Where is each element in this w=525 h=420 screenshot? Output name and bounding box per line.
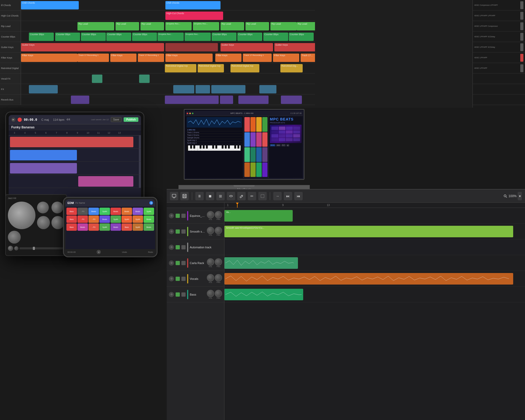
phone-pad[interactable]: Synth [111,216,121,223]
phone-pad[interactable]: Synth [144,208,154,215]
grid-button[interactable]: ⊞ [216,192,225,200]
daw-clip[interactable]: Smooth saw>Envelopes/LFOs>Cu... [224,226,513,237]
clip[interactable]: Droplets Rec... [158,33,184,41]
track-settings-button[interactable]: ⚙ [169,245,174,250]
track-solo-button[interactable] [181,292,186,297]
track-solo-button[interactable] [181,214,186,218]
track-solo-button[interactable] [181,261,186,265]
mpc-pad[interactable] [256,132,262,147]
tablet-clip[interactable] [78,176,133,187]
pan-knob[interactable] [215,274,222,281]
drum-knob[interactable] [8,246,13,251]
clip[interactable]: Droplets Rec... [185,33,211,41]
clip[interactable] [29,85,58,93]
phone-pad[interactable]: Synth [133,223,143,231]
pan-knob[interactable] [215,258,222,266]
mixer-fader[interactable] [520,22,523,30]
midi-button[interactable] [227,192,235,200]
clip[interactable]: Rip Lead [220,22,244,30]
phone-pad[interactable]: - FX [88,216,99,223]
mpc-track-item[interactable]: Track 1 Drums [187,131,242,134]
drum-pad[interactable]: D [8,231,21,244]
clip[interactable]: Rip Lead [245,22,269,30]
clip[interactable]: Rip Lead [270,22,297,30]
track-settings-button[interactable]: ⚙ [169,260,174,266]
track-mute-button[interactable] [176,277,180,281]
save-project-button[interactable] [180,192,189,200]
track-settings-button[interactable]: ⚙ [169,276,174,281]
tablet-clip[interactable] [10,137,133,147]
redo-label[interactable]: Redo [148,251,153,253]
window-close-icon[interactable] [187,113,188,114]
phone-pad[interactable]: Beats [77,223,88,231]
clip[interactable]: Droplets Rec... [165,22,192,30]
mpc-pad[interactable] [244,117,250,132]
daw-clip[interactable] [224,273,513,285]
clip[interactable] [220,96,233,104]
mpc-track-item[interactable]: 1 MK4 Kit [187,129,242,131]
pan-knob[interactable] [215,290,222,297]
clip[interactable]: RetroMod Digital Arp [198,64,224,72]
phone-pad[interactable]: Bass [66,216,77,223]
mpc-pad[interactable] [256,147,262,162]
clip[interactable]: Rip Lead [77,22,114,30]
mpc-pad[interactable] [262,162,268,177]
phone-pad[interactable]: Beats [99,216,110,223]
clip[interactable] [259,85,276,93]
clip[interactable]: Counter Blips [289,33,314,41]
selection-button[interactable] [258,192,267,200]
mixer-fader[interactable] [520,12,523,20]
pencil-button[interactable]: ✏ [248,192,256,200]
clip[interactable]: RetroMod Digital Arp [230,64,259,72]
phone-pad[interactable]: Beats [111,223,121,231]
undo-label[interactable]: Undo [122,251,127,253]
mixer-fader[interactable] [520,1,523,9]
volume-knob[interactable] [207,211,214,218]
clip[interactable]: Track 17 Recording 1 [77,54,109,62]
clip[interactable]: Filter Keys [21,54,77,62]
track-settings-button[interactable]: ⚙ [169,229,174,234]
clip[interactable] [165,43,218,51]
save-button[interactable]: Save [111,117,122,122]
clip[interactable]: Filter Keys [273,54,299,62]
phone-pad[interactable]: Beats [133,208,143,215]
clip[interactable]: Chill Chords [21,1,79,9]
track-mute-button[interactable] [176,214,180,218]
clip[interactable]: Chill Chords [165,1,220,9]
daw-clip[interactable]: Va... [224,210,293,222]
drum-pad[interactable]: G [37,216,50,229]
clip[interactable]: Filter Keys [110,54,136,62]
track-solo-button[interactable] [181,245,186,249]
record-button-small[interactable]: ● [97,250,101,254]
phone-pad[interactable]: Bass [66,223,77,231]
pan-knob[interactable] [215,227,222,234]
pan-knob[interactable] [215,211,222,218]
clip[interactable]: RetroMod Dig... [280,64,303,72]
mpc-track-item[interactable]: Synth Arp 2 [187,142,242,144]
mpc-track-item[interactable]: Sample Drums [187,136,242,139]
phone-pad[interactable]: Synth [122,216,132,223]
monitor-button[interactable] [170,192,178,200]
clip[interactable]: Counter Blips [55,33,80,41]
mpc-track-item[interactable]: Track 2 Drums [187,134,242,136]
stop-button[interactable]: ⏹ [206,192,214,200]
volume-slider[interactable] [19,247,64,249]
clip[interactable]: Rip Lead [140,22,164,30]
mixer-fader[interactable] [520,54,523,62]
clip[interactable]: RetroMod Digital Arp [165,64,196,72]
phone-pad[interactable]: Beats [111,208,121,215]
mpc-pad[interactable] [250,117,256,132]
volume-knob[interactable] [207,274,214,281]
drum-knob[interactable] [14,246,18,250]
window-maximize-icon[interactable] [192,113,193,114]
mixer-fader[interactable] [520,33,523,41]
mpc-pad[interactable] [262,132,268,147]
track-settings-button[interactable]: ⚙ [169,292,174,297]
clip[interactable]: Rip Lead [116,22,139,30]
phone-pad[interactable]: Beats [122,208,132,215]
drum-pad[interactable]: F [51,216,64,229]
publish-button[interactable]: Publish [124,117,138,122]
mpc-pad[interactable] [250,132,256,147]
phone-pad[interactable]: Bass [122,223,132,231]
clip[interactable] [71,96,89,104]
